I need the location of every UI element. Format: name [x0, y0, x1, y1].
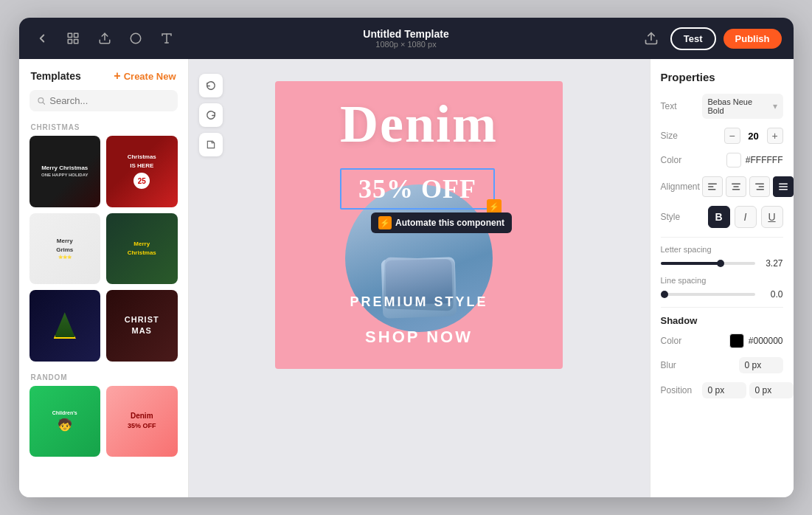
automate-label: Automate this component	[395, 218, 504, 228]
size-increase-button[interactable]: +	[767, 128, 783, 144]
size-decrease-button[interactable]: −	[724, 128, 740, 144]
size-value: 20	[743, 131, 764, 142]
design-canvas[interactable]: Denim 35% OFF ⚡	[275, 81, 563, 369]
topbar-left	[31, 27, 178, 50]
main-content: Templates + Create New CHRISTMAS Merry C…	[19, 59, 794, 497]
create-new-button[interactable]: + Create New	[114, 69, 176, 83]
alignment-label: Alignment	[661, 182, 698, 192]
svg-rect-19	[756, 189, 764, 190]
color-control: #FFFFFF	[726, 153, 783, 167]
font-selector[interactable]: Bebas Neue Bold ▾	[702, 94, 783, 119]
canvas-selected-box[interactable]: 35% OFF	[340, 168, 495, 210]
color-row: Color #FFFFFF	[661, 153, 783, 167]
sidebar-title: Templates	[31, 70, 81, 82]
template-thumb-4[interactable]: Merry Christmas	[106, 213, 178, 285]
style-italic-button[interactable]: I	[735, 206, 757, 228]
svg-rect-3	[74, 40, 78, 44]
christmas-grid: Merry Christmas ONE HAPPY HOLIDAY Christ…	[19, 136, 188, 369]
search-bar[interactable]	[30, 90, 178, 111]
position-y-input[interactable]	[749, 382, 794, 398]
canvas-shopnow-text: SHOP NOW	[275, 328, 563, 347]
lightning-icon: ⚡	[378, 216, 392, 229]
back-button[interactable]	[31, 27, 53, 50]
letter-spacing-thumb[interactable]	[717, 260, 724, 267]
shadow-color-control: #000000	[729, 333, 783, 348]
position-control	[702, 382, 794, 398]
canvas-premium-text: PREMIUM STYLE	[275, 294, 563, 310]
section-christmas: CHRISTMAS	[19, 119, 188, 136]
svg-rect-2	[68, 40, 72, 44]
svg-rect-12	[708, 186, 714, 187]
letter-spacing-value: 3.27	[761, 258, 783, 269]
template-thumb-rand1[interactable]: Children's 🧒	[30, 386, 101, 457]
line-spacing-row: 0.0	[661, 289, 783, 300]
position-x-input[interactable]	[702, 382, 746, 398]
letter-spacing-row: 3.27	[661, 258, 783, 269]
shadow-title: Shadow	[661, 315, 783, 326]
template-thumb-2[interactable]: Christmas IS HERE 25	[106, 136, 178, 207]
template-thumb-6[interactable]: CHRIST MAS	[106, 290, 178, 362]
line-spacing-slider[interactable]	[661, 293, 755, 296]
divider-1	[661, 237, 783, 238]
svg-rect-1	[74, 33, 78, 37]
shadow-color-swatch[interactable]	[729, 333, 744, 348]
create-new-label: Create New	[124, 71, 176, 82]
sidebar: Templates + Create New CHRISTMAS Merry C…	[19, 59, 189, 497]
position-row: Position	[661, 382, 783, 398]
svg-rect-15	[733, 186, 739, 187]
circle-icon[interactable]	[125, 27, 147, 50]
svg-rect-0	[68, 33, 72, 37]
undo-button[interactable]	[199, 74, 223, 97]
blur-row: Blur	[661, 357, 783, 373]
template-thumb-1[interactable]: Merry Christmas ONE HAPPY HOLIDAY	[30, 136, 101, 207]
blur-input[interactable]	[739, 357, 783, 373]
app-window: Untitled Template 1080p × 1080 px Test P…	[19, 18, 794, 497]
blur-label: Blur	[661, 360, 698, 370]
document-subtitle: 1080p × 1080 px	[375, 40, 436, 49]
template-thumb-5[interactable]	[30, 290, 101, 362]
search-icon	[37, 96, 46, 106]
svg-rect-17	[755, 184, 764, 185]
document-title: Untitled Template	[363, 28, 448, 40]
line-spacing-thumb[interactable]	[661, 291, 668, 298]
letter-spacing-label: Letter spacing	[661, 245, 783, 254]
right-panel: Properties Text Bebas Neue Bold ▾ Size −…	[650, 59, 794, 497]
line-spacing-value: 0.0	[761, 289, 783, 300]
color-value: #FFFFFF	[746, 155, 783, 165]
svg-rect-16	[732, 189, 740, 190]
svg-rect-13	[708, 189, 716, 190]
search-input[interactable]	[49, 95, 170, 106]
svg-rect-11	[708, 184, 717, 185]
grid-icon[interactable]	[62, 27, 84, 50]
align-right-button[interactable]	[749, 176, 770, 197]
text-font-label: Text	[661, 101, 698, 111]
align-justify-button[interactable]	[773, 176, 794, 197]
automate-badge[interactable]: ⚡ Automate this component	[371, 212, 512, 233]
template-thumb-3[interactable]: Merry Grims ⭐⭐⭐	[30, 213, 101, 285]
publish-button[interactable]: Publish	[723, 29, 782, 49]
text-icon[interactable]	[156, 27, 178, 50]
color-swatch[interactable]	[726, 153, 741, 167]
template-thumb-rand2[interactable]: Denim 35% OFF	[106, 386, 178, 457]
letter-spacing-slider[interactable]	[661, 262, 755, 265]
style-bold-button[interactable]: B	[708, 206, 730, 228]
letter-spacing-section: Letter spacing 3.27	[661, 245, 783, 269]
color-label: Color	[661, 155, 698, 165]
redo-button[interactable]	[199, 103, 223, 127]
upload-history-icon[interactable]	[93, 27, 115, 50]
style-control: B I U	[708, 206, 783, 228]
automate-handle[interactable]: ⚡	[487, 199, 502, 214]
export-button[interactable]	[639, 27, 663, 50]
align-left-button[interactable]	[702, 176, 723, 197]
canvas-denim-text: Denim	[275, 97, 563, 151]
svg-rect-18	[758, 186, 764, 187]
align-center-button[interactable]	[726, 176, 746, 197]
shadow-color-row: Color #000000	[661, 333, 783, 348]
test-button[interactable]: Test	[670, 27, 716, 50]
restore-button[interactable]	[199, 133, 223, 156]
style-underline-button[interactable]: U	[761, 206, 783, 228]
section-random: RANDOM	[19, 369, 188, 386]
position-label: Position	[661, 385, 698, 395]
sidebar-scroll: CHRISTMAS Merry Christmas ONE HAPPY HOLI…	[19, 119, 188, 497]
svg-rect-22	[779, 189, 788, 190]
